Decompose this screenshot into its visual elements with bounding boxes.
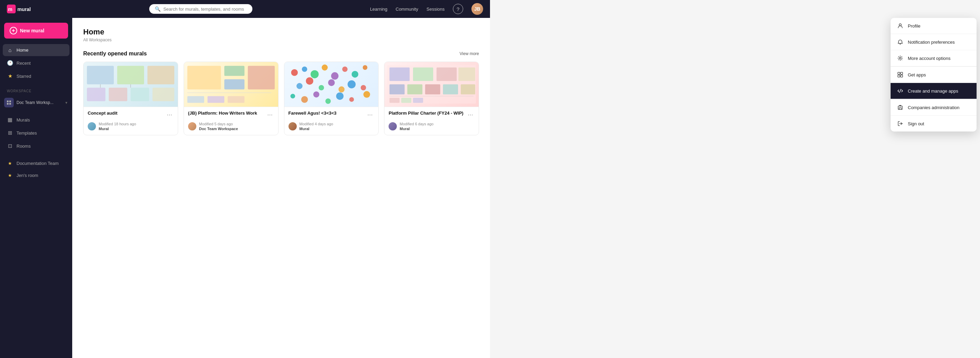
svg-rect-50 [458, 67, 475, 81]
svg-point-34 [318, 85, 324, 91]
documentation-team-label: Documentation Team [16, 161, 59, 166]
svg-rect-17 [224, 66, 245, 76]
svg-rect-22 [207, 96, 224, 103]
section-header: Recently opened murals View more [83, 51, 479, 57]
sidebar-nav: ⌂ Home 🕐 Recent ★ Starred [0, 41, 72, 85]
svg-point-41 [313, 91, 320, 98]
mural-card-jb-platform[interactable]: (JB) Platform: How Writers Work ⋯ Modifi… [184, 62, 278, 135]
more-options-farewell[interactable]: ⋯ [366, 110, 374, 119]
section-title: Recently opened murals [83, 51, 147, 57]
mural-meta-farewell: Modified 4 days ago Mural [288, 121, 374, 131]
mural-title-pillar: Platform Pillar Charter (FY24 - WIP) [388, 110, 464, 117]
svg-point-37 [347, 80, 355, 88]
thumb-svg-pillar [385, 62, 479, 107]
mural-title-farewell: Farewell Agus! <3<3<3 [288, 110, 364, 117]
learning-link[interactable]: Learning [370, 6, 388, 12]
mural-meta-text-platform: Modified 5 days ago Doc Team Workspace [199, 121, 238, 131]
workspace-platform: Doc Team Workspace [199, 126, 238, 131]
new-mural-label: New mural [20, 28, 45, 34]
mural-card-pillar[interactable]: Platform Pillar Charter (FY24 - WIP) ⋯ M… [384, 62, 479, 135]
community-link[interactable]: Community [396, 6, 418, 12]
search-area: 🔍 [32, 4, 370, 14]
svg-rect-23 [228, 96, 245, 103]
main-content: Home All Workspaces Recently opened mura… [72, 18, 490, 358]
mural-card-concept-audit[interactable]: Concept audit ⋯ Modified 18 hours ago Mu… [83, 62, 178, 135]
svg-rect-52 [407, 84, 423, 94]
more-options-concept[interactable]: ⋯ [165, 110, 173, 119]
sidebar-item-murals[interactable]: ▦ Murals [3, 113, 70, 126]
avatar[interactable]: JB [471, 3, 483, 15]
sidebar-item-documentation-team[interactable]: ★ Documentation Team [3, 158, 70, 169]
svg-rect-11 [109, 88, 127, 101]
starred-nav: ★ Documentation Team ★ Jen's room [0, 155, 72, 184]
svg-rect-5 [7, 103, 9, 105]
sidebar-item-starred[interactable]: ★ Starred [3, 70, 70, 82]
breadcrumb: All Workspaces [83, 38, 479, 42]
svg-rect-18 [224, 79, 245, 89]
card-footer-pillar: Platform Pillar Charter (FY24 - WIP) ⋯ M… [385, 107, 479, 135]
sidebar-item-jens-room[interactable]: ★ Jen's room [3, 170, 70, 181]
sidebar-item-rooms[interactable]: ⊡ Rooms [3, 140, 70, 152]
thumb-svg-platform [184, 62, 278, 107]
svg-point-39 [290, 94, 295, 98]
svg-rect-4 [9, 101, 11, 102]
more-options-platform[interactable]: ⋯ [266, 110, 274, 119]
svg-rect-10 [87, 88, 105, 101]
svg-point-45 [363, 91, 370, 98]
mural-meta-text-pillar: Modified 6 days ago Mural [399, 121, 433, 131]
svg-rect-51 [390, 84, 405, 94]
mural-thumb-jb-platform [184, 62, 278, 107]
sidebar-recent-label: Recent [16, 61, 30, 66]
svg-point-26 [310, 70, 318, 78]
workspace-header[interactable]: Doc Team Worksp... ▼ [0, 94, 72, 111]
thumb-svg-farewell [284, 62, 379, 107]
workspace-nav: ▦ Murals ⊞ Templates ⊡ Rooms [0, 111, 72, 155]
svg-point-44 [349, 97, 354, 102]
sidebar: + New mural ⌂ Home 🕐 Recent ★ Starred Wo… [0, 18, 72, 358]
svg-point-43 [336, 92, 344, 100]
search-box[interactable]: 🔍 [149, 4, 252, 14]
svg-point-31 [363, 65, 367, 70]
workspace-farewell: Mural [299, 126, 333, 131]
svg-text:m: m [8, 6, 13, 12]
svg-rect-7 [87, 66, 114, 84]
card-header-row-pillar: Platform Pillar Charter (FY24 - WIP) ⋯ [388, 110, 474, 119]
search-icon: 🔍 [155, 6, 161, 12]
workspace-pillar: Mural [399, 126, 433, 131]
mural-thumb-concept-audit [84, 62, 178, 107]
svg-point-33 [306, 77, 313, 85]
svg-rect-54 [443, 84, 458, 94]
modified-pillar: Modified 6 days ago [399, 122, 433, 126]
mural-thumb-farewell [284, 62, 379, 107]
mural-card-farewell[interactable]: Farewell Agus! <3<3<3 ⋯ Modified 4 days … [284, 62, 379, 135]
mural-logo[interactable]: m mural [7, 5, 32, 13]
user-avatar-pillar [388, 122, 397, 131]
new-mural-button[interactable]: + New mural [4, 23, 68, 38]
card-footer-farewell: Farewell Agus! <3<3<3 ⋯ Modified 4 days … [284, 107, 379, 135]
svg-point-29 [342, 66, 348, 72]
workspace-grid-icon [6, 100, 11, 105]
svg-point-36 [338, 86, 345, 93]
murals-grid: Concept audit ⋯ Modified 18 hours ago Mu… [83, 62, 479, 135]
sidebar-item-recent[interactable]: 🕐 Recent [3, 57, 70, 69]
home-icon: ⌂ [7, 47, 13, 53]
svg-rect-19 [248, 66, 275, 89]
svg-rect-8 [117, 66, 144, 84]
page-title: Home [83, 27, 479, 37]
search-input[interactable] [163, 6, 247, 12]
svg-rect-9 [148, 66, 174, 84]
svg-point-30 [352, 71, 358, 78]
more-options-pillar[interactable]: ⋯ [466, 110, 474, 119]
plus-icon: + [10, 27, 17, 34]
svg-point-27 [321, 64, 328, 70]
topnav: m mural 🔍 Learning Community Sessions ? … [0, 0, 490, 18]
mural-meta-text-concept: Modified 18 hours ago Mural [99, 121, 136, 131]
help-button[interactable]: ? [453, 4, 463, 14]
workspace-section-label: Workspace [0, 85, 72, 94]
templates-icon: ⊞ [7, 130, 13, 136]
sidebar-item-home[interactable]: ⌂ Home [3, 44, 70, 56]
svg-point-28 [331, 72, 338, 80]
sessions-link[interactable]: Sessions [426, 6, 445, 12]
sidebar-item-templates[interactable]: ⊞ Templates [3, 127, 70, 139]
view-more-link[interactable]: View more [460, 51, 479, 56]
